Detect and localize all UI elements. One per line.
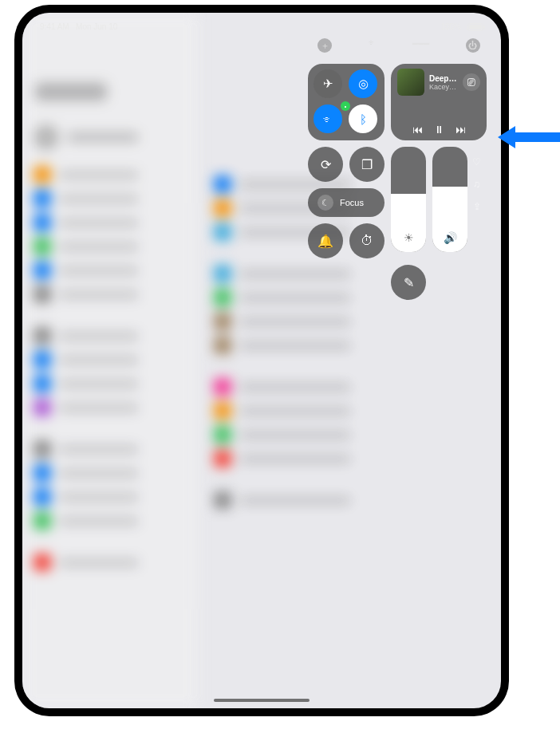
album-art <box>397 69 424 96</box>
annotation-arrow <box>498 123 560 152</box>
side-shortcuts: ♡ ♫ ⇪ <box>472 156 481 252</box>
favorite-icon[interactable]: ♡ <box>472 156 481 168</box>
next-track-button[interactable]: ⏭ <box>455 124 466 136</box>
track-title: Deeper Well <box>429 74 458 83</box>
power-button[interactable]: ⏻ <box>466 38 480 53</box>
screen: 9:41 AM Mon Jun 10 100% ＋ ᯤ ━━━ ⏻ ✈ ◎ <box>22 13 501 708</box>
wifi-status-icon: ᯤ <box>369 38 377 53</box>
connectivity-tile[interactable]: ✈ ◎ ᯤ ᛒ • <box>308 64 385 140</box>
ipad-frame: 9:41 AM Mon Jun 10 100% ＋ ᯤ ━━━ ⏻ ✈ ◎ <box>14 5 509 716</box>
status-date: Mon Jun 10 <box>76 22 117 31</box>
focus-button[interactable]: ☾ Focus <box>308 188 385 217</box>
timer-button[interactable]: ⏱ <box>349 223 385 258</box>
airplane-mode-toggle[interactable]: ✈ <box>314 69 342 98</box>
battery-percent: 100% <box>440 22 461 31</box>
focus-label: Focus <box>340 198 364 207</box>
linked-device-label: ━━━ <box>412 38 429 53</box>
brightness-slider[interactable]: ☀ <box>391 147 426 252</box>
play-pause-button[interactable]: ⏸ <box>434 124 444 136</box>
bluetooth-icon: ᛒ <box>360 112 367 126</box>
control-center: ＋ ᯤ ━━━ ⏻ ✈ ◎ ᯤ ᛒ • <box>308 45 490 300</box>
add-control-button[interactable]: ＋ <box>317 38 332 53</box>
screen-mirroring-button[interactable]: ❐ <box>349 147 385 182</box>
prev-track-button[interactable]: ⏮ <box>412 124 423 136</box>
status-bar: 9:41 AM Mon Jun 10 100% <box>22 22 501 31</box>
silent-mode-button[interactable]: 🔔 <box>308 223 343 258</box>
home-indicator[interactable] <box>214 699 310 702</box>
moon-icon: ☾ <box>317 195 333 211</box>
track-artist: Kacey Musgrave… <box>429 83 458 91</box>
cellular-badge: • <box>341 101 350 111</box>
brightness-icon: ☀ <box>404 231 414 244</box>
airdrop-toggle[interactable]: ◎ <box>349 69 377 98</box>
music-app-icon[interactable]: ♫ <box>473 179 480 190</box>
bluetooth-toggle[interactable]: ᛒ • <box>349 104 377 133</box>
quick-note-button[interactable]: ✎ <box>391 265 426 300</box>
volume-slider[interactable]: 🔊 <box>432 147 467 252</box>
airplay-audio-icon[interactable]: ⇪ <box>473 201 481 212</box>
volume-icon: 🔊 <box>444 231 457 244</box>
now-playing-tile[interactable]: Deeper Well Kacey Musgrave… ⎚ ⏮ ⏸ ⏭ <box>391 64 487 140</box>
orientation-lock-button[interactable]: ⟳ <box>308 147 343 182</box>
svg-marker-0 <box>498 126 560 148</box>
wifi-toggle[interactable]: ᯤ <box>314 104 342 133</box>
battery-icon <box>467 23 483 31</box>
airplay-icon[interactable]: ⎚ <box>463 73 480 91</box>
status-time: 9:41 AM <box>40 22 69 31</box>
